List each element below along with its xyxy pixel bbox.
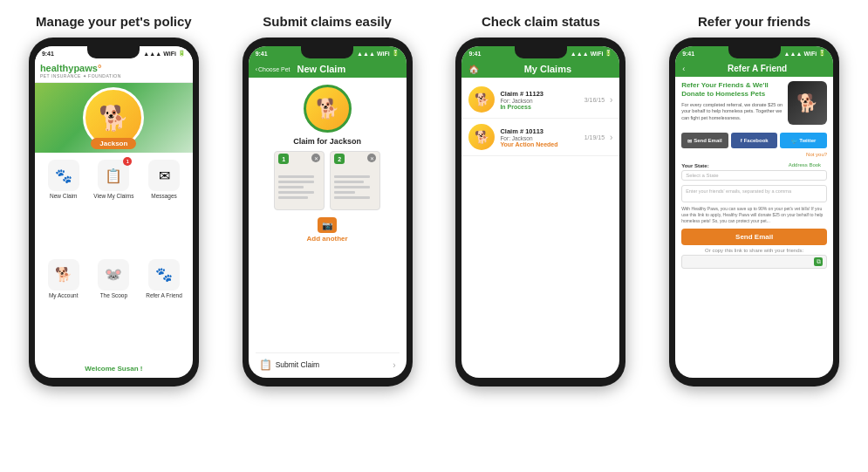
p3-claim-item-1[interactable]: 🐕 Claim # 11123 For: Jackson In Process … — [461, 81, 619, 119]
add-another-label: Add another — [307, 235, 348, 243]
notch-1 — [87, 46, 140, 58]
p3-home-button[interactable]: 🏠 — [468, 65, 479, 74]
doc-line — [334, 191, 355, 194]
signal-icon-3: ▲▲▲ — [571, 51, 589, 57]
wifi-icon: WiFi — [163, 51, 176, 57]
view-claims-icon: 📋 1 — [98, 160, 129, 191]
p4-email-button[interactable]: ✉ Send Email — [681, 133, 728, 148]
p4-state-label: Your State: — [681, 163, 709, 168]
p2-docs-row: 1 ✕ 2 ✕ — [274, 151, 380, 210]
p2-submit-button[interactable]: 📋 Submit Claim — [259, 359, 320, 371]
battery-icon-4: 🔋 — [818, 50, 826, 57]
p2-back-button[interactable]: ‹ Choose Pet — [256, 66, 290, 72]
p2-nav: ‹ Choose Pet New Claim — [249, 60, 407, 78]
p1-view-claims[interactable]: 📋 1 View My Claims — [91, 160, 138, 256]
caption-4: Refer your friends — [659, 14, 851, 29]
wifi-icon-2: WiFi — [377, 51, 390, 57]
new-claim-label: New Claim — [50, 193, 77, 199]
messages-icon: ✉ — [148, 160, 180, 191]
p4-body: Refer Your Friends & We'll Donate to Hom… — [675, 77, 833, 378]
p4-back-button[interactable]: ‹ — [682, 65, 685, 73]
p4-emails-input[interactable]: Enter your friends' emails, separated by… — [681, 185, 827, 202]
p1-the-scoop[interactable]: 🐭 The Scoop — [91, 259, 138, 355]
phone-4: 9:41 ▲▲▲ WiFi 🔋 ‹ Refer A Friend Refer Y… — [669, 38, 839, 386]
claims-badge: 1 — [123, 157, 132, 166]
p3-claim-item-2[interactable]: 🐕 Claim # 10113 For: Jackson Your Action… — [461, 119, 619, 156]
doc-line — [334, 175, 370, 178]
battery-icon: 🔋 — [178, 50, 186, 57]
status-icons-2: ▲▲▲ WiFi 🔋 — [357, 50, 400, 57]
p1-pet-name: Jackson — [91, 138, 136, 149]
screen-4: 9:41 ▲▲▲ WiFi 🔋 ‹ Refer A Friend Refer Y… — [675, 46, 833, 378]
p2-submit-row: 📋 Submit Claim › — [256, 352, 400, 371]
doc-line — [334, 196, 370, 199]
p2-body: 🐕 Claim for Jackson 1 ✕ — [249, 78, 407, 378]
p3-pet-thumb-1: 🐕 — [468, 86, 495, 113]
p4-send-email-button[interactable]: Send Email — [681, 229, 827, 245]
status-icons-3: ▲▲▲ WiFi 🔋 — [571, 50, 613, 57]
phone-3: 9:41 ▲▲▲ WiFi 🔋 🏠 My Claims 🐕 Claim # 11… — [455, 38, 625, 386]
refer-friend-icon: 🐾 — [148, 259, 180, 291]
p4-dog-image: 🐕 — [788, 81, 827, 125]
the-scoop-label: The Scoop — [100, 292, 127, 298]
p3-claim-date-2: 1/19/15 — [584, 134, 605, 140]
p4-copy-link-area: ⧉ — [681, 255, 827, 269]
phone-2: 9:41 ▲▲▲ WiFi 🔋 ‹ Choose Pet New Claim 🐕… — [243, 38, 413, 386]
p1-welcome: Welcome Susan ! — [35, 361, 193, 378]
messages-label: Messages — [151, 193, 177, 199]
screen-1: 9:41 ▲▲▲ WiFi 🔋 healthypaws° PET INSURAN… — [35, 46, 193, 378]
p1-new-claim[interactable]: 🐾 New Claim — [40, 160, 87, 256]
p3-claim-status-1: In Process — [500, 104, 578, 110]
status-time-4: 9:41 — [682, 51, 694, 57]
p4-address-book-link[interactable]: Address Book — [783, 162, 827, 169]
p3-claim-num-2: Claim # 10113 — [500, 127, 578, 135]
p2-add-another-button[interactable]: 📷 Add another — [307, 217, 348, 243]
battery-icon-2: 🔋 — [392, 50, 400, 57]
p4-twitter-button[interactable]: 🐦 Twitter — [780, 133, 827, 148]
notch-4 — [728, 46, 781, 58]
status-icons-4: ▲▲▲ WiFi 🔋 — [784, 50, 827, 57]
caption-1: Manage your pet's policy — [17, 14, 209, 29]
status-time-3: 9:41 — [468, 51, 481, 57]
copy-link-icon[interactable]: ⧉ — [814, 257, 823, 266]
p1-messages[interactable]: ✉ Messages — [140, 160, 188, 256]
p1-logo-sub: PET INSURANCE ✦ FOUNDATION — [40, 73, 121, 79]
p4-refer-title: Refer Your Friends & We'll Donate to Hom… — [681, 81, 783, 99]
p4-not-you[interactable]: Not you? — [675, 152, 833, 160]
facebook-icon: f — [741, 138, 742, 143]
doc-lines-2 — [331, 160, 379, 202]
doc-num-1: 1 — [278, 154, 289, 164]
doc-line — [278, 191, 314, 194]
p4-text-block: Refer Your Friends & We'll Donate to Hom… — [681, 81, 783, 125]
p3-nav: 🏠 My Claims — [461, 60, 619, 78]
p4-state-select[interactable]: Select a State — [681, 170, 827, 181]
submit-icon: 📋 — [259, 359, 272, 371]
doc-line — [278, 186, 304, 188]
new-claim-icon: 🐾 — [48, 160, 79, 191]
p1-refer-friend[interactable]: 🐾 Refer A Friend — [140, 259, 188, 355]
back-chevron-icon: ‹ — [256, 66, 257, 72]
p3-pet-thumb-2: 🐕 — [468, 124, 495, 150]
notch-3 — [515, 46, 567, 58]
p2-back-label: Choose Pet — [258, 66, 290, 72]
p2-doc-1: 1 ✕ — [274, 151, 325, 210]
signal-icon: ▲▲▲ — [143, 51, 161, 57]
caption-3: Check claim status — [445, 14, 637, 29]
p1-icons-grid: 🐾 New Claim 📋 1 View My Claims ✉ Message… — [35, 153, 193, 361]
p4-nav-title: Refer A Friend — [688, 64, 826, 73]
doc-num-2: 2 — [334, 154, 345, 164]
refer-friend-label: Refer A Friend — [146, 292, 182, 298]
doc-line — [278, 175, 314, 178]
p1-my-account[interactable]: 🐕 My Account — [40, 259, 87, 355]
p4-facebook-button[interactable]: f Facebook — [731, 133, 778, 148]
caption-2: Submit claims easily — [231, 14, 423, 29]
p4-fb-label: Facebook — [744, 138, 769, 143]
my-account-icon: 🐕 — [48, 259, 79, 291]
p4-refer-desc: For every completed referral, we donate … — [681, 102, 783, 122]
the-scoop-icon: 🐭 — [98, 259, 129, 291]
p4-send-email-label: Send Email — [694, 138, 721, 143]
p4-tw-label: Twitter — [799, 138, 816, 143]
p3-claim-num-1: Claim # 11123 — [500, 90, 578, 98]
claim-chevron-2: › — [610, 133, 612, 142]
p2-pet-avatar: 🐕 — [304, 85, 352, 133]
